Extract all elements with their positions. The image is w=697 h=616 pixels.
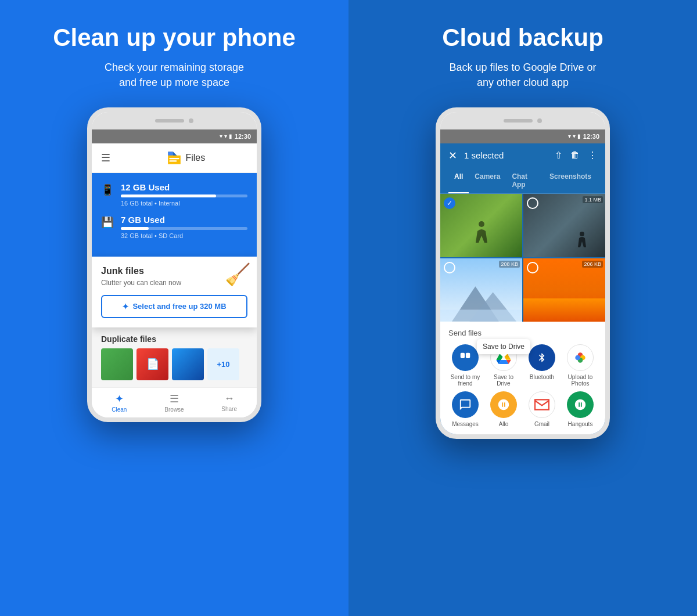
storage-bar-fill-sd	[121, 227, 149, 230]
status-bar-left: ▾ ▾ ▮ 12:30	[92, 129, 257, 143]
photo-tabs: All Camera Chat App Screenshots	[440, 168, 605, 194]
left-phone: ▾ ▾ ▮ 12:30 ☰ Files	[87, 107, 261, 422]
photo-checkbox-4[interactable]	[527, 262, 538, 273]
cliff-silhouette	[576, 231, 588, 251]
app-item-gmail[interactable]: Gmail	[525, 391, 559, 427]
photos-icon	[567, 344, 594, 371]
clean-icon: ✦	[115, 392, 124, 405]
dup-img-more: +10	[207, 348, 239, 380]
drive-label: Save to Drive	[487, 374, 520, 387]
status-icons-left: ▾ ▾ ▮	[220, 133, 232, 139]
storage-bar-bg-internal	[121, 194, 247, 197]
storage-detail-sd: 32 GB total • SD Card	[121, 232, 247, 239]
messages-icon	[452, 391, 479, 418]
bluetooth-icon	[529, 344, 555, 371]
storage-bar-bg-sd	[121, 227, 247, 230]
selection-action-icons: ⇧ 🗑 ⋮	[555, 150, 597, 161]
app-item-photos[interactable]: Upload to Photos	[563, 344, 597, 387]
bottom-nav: ✦ Clean ☰ Browse ↔ Share	[92, 387, 257, 417]
select-free-label: Select and free up 320 MB	[132, 302, 226, 311]
app-item-messages[interactable]: Messages	[448, 391, 482, 427]
delete-selection-icon[interactable]: 🗑	[570, 150, 580, 161]
wifi-icon: ▾	[220, 133, 222, 139]
messages-label: Messages	[452, 421, 479, 427]
bluetooth-label: Bluetooth	[530, 374, 554, 380]
app-item-allo[interactable]: Allo	[487, 391, 520, 427]
nav-item-share[interactable]: ↔ Share	[202, 388, 257, 417]
photo-checkbox-1[interactable]: ✓	[444, 197, 455, 209]
photo-cell-4[interactable]: 206 KB	[523, 258, 605, 322]
check-icon: ✓	[447, 199, 452, 207]
mountain-peaks	[440, 275, 522, 322]
status-icons-right: ▾ ▾ ▮	[568, 133, 581, 139]
send-files-popup: Send files Send to my friend Save to Dri…	[440, 322, 605, 434]
left-panel-title: Clean up your phone	[53, 23, 296, 52]
photos-label: Upload to Photos	[563, 374, 597, 387]
app-item-hangouts[interactable]: Hangouts	[563, 391, 597, 427]
photo-cell-2[interactable]: 1.1 MB	[523, 194, 605, 257]
dup-img-1	[101, 348, 133, 380]
svg-point-15	[575, 355, 580, 360]
photo-checkbox-2[interactable]	[527, 197, 538, 209]
phone-speaker-right	[504, 119, 533, 123]
hangouts-icon	[567, 391, 594, 418]
app-item-drive[interactable]: Save to Drive Save to Drive	[487, 344, 520, 387]
files-app: ☰ Files 📱	[92, 143, 257, 417]
svg-rect-9	[440, 310, 522, 322]
hamburger-menu-icon[interactable]: ☰	[101, 152, 110, 164]
files-logo: Files	[167, 150, 205, 165]
svg-rect-4	[170, 160, 177, 161]
tab-camera[interactable]: Camera	[469, 168, 506, 193]
right-panel-subtitle: Back up files to Google Drive orany othe…	[449, 60, 596, 89]
allo-label: Allo	[499, 421, 509, 427]
duplicate-section: Duplicate files 📄 +10	[92, 327, 257, 387]
selection-bar: ✕ 1 selected ⇧ 🗑 ⋮	[440, 143, 605, 168]
nav-item-browse[interactable]: ☰ Browse	[147, 388, 202, 417]
tab-screenshots[interactable]: Screenshots	[544, 168, 597, 193]
photo-size-1: 1.1 MB	[583, 196, 603, 203]
hangouts-label: Hangouts	[568, 421, 593, 427]
wifi-icon-right: ▾	[568, 133, 571, 139]
storage-section: 📱 12 GB Used 16 GB total • Internal 💾 7 …	[92, 173, 257, 257]
select-free-button[interactable]: ✦ Select and free up 320 MB	[101, 295, 247, 318]
status-bar-right: ▾ ▾ ▮ 12:30	[440, 129, 605, 143]
nav-label-share: Share	[221, 406, 237, 412]
svg-marker-1	[168, 152, 174, 156]
cloud-app: ✕ 1 selected ⇧ 🗑 ⋮ All Camera Chat App S…	[440, 143, 605, 434]
gmail-svg	[534, 399, 549, 410]
allo-icon	[490, 391, 517, 418]
storage-used-sd: 7 GB Used	[121, 215, 247, 225]
svg-point-5	[479, 221, 484, 227]
share-selection-icon[interactable]: ⇧	[555, 150, 562, 161]
photo-size-2: 208 KB	[499, 261, 520, 268]
duplicate-images: 📄 +10	[101, 348, 247, 380]
send-friend-icon	[452, 344, 479, 371]
status-time-left: 12:30	[235, 133, 251, 140]
photo-cell-3[interactable]: 208 KB	[440, 258, 522, 322]
tab-all[interactable]: All	[448, 168, 469, 193]
gmail-icon	[529, 391, 555, 418]
app-grid: Send to my friend Save to Drive	[448, 344, 597, 427]
sunset-gradient	[523, 298, 605, 322]
phone-speaker	[155, 119, 184, 123]
share-icon: ↔	[224, 392, 235, 405]
more-selection-icon[interactable]: ⋮	[588, 150, 597, 161]
signal-icon-right: ▾	[573, 133, 576, 139]
nav-item-clean[interactable]: ✦ Clean	[92, 388, 147, 417]
sparkle-icon: ✦	[122, 302, 129, 311]
tab-chat-app[interactable]: Chat App	[506, 168, 544, 193]
photo-checkbox-3[interactable]	[444, 262, 455, 273]
phone-camera-right	[537, 118, 542, 123]
dup-img-2: 📄	[136, 348, 168, 380]
send-files-title: Send files	[448, 329, 597, 337]
phone-camera	[189, 118, 193, 123]
svg-point-6	[580, 232, 584, 236]
storage-info-sd: 7 GB Used 32 GB total • SD Card	[121, 215, 247, 239]
phone-storage-icon: 📱	[101, 183, 114, 196]
selection-count: 1 selected	[464, 150, 548, 160]
status-time-right: 12:30	[583, 133, 599, 140]
photo-size-3: 206 KB	[582, 261, 603, 268]
svg-rect-11	[466, 353, 470, 358]
photo-cell-1[interactable]: ✓	[440, 194, 522, 257]
close-selection-icon[interactable]: ✕	[448, 149, 457, 162]
